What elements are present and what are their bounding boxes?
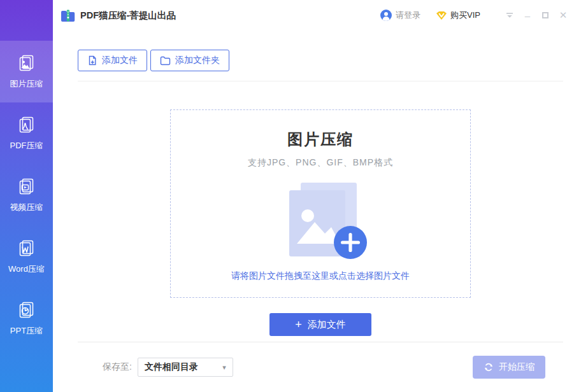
dropzone-subtitle: 支持JPG、PNG、GIF、BMP格式 <box>171 157 470 169</box>
add-folder-button[interactable]: 添加文件夹 <box>150 50 229 71</box>
word-doc-icon <box>17 239 36 258</box>
plus-icon: + <box>295 319 302 330</box>
sidebar-item-label: 视频压缩 <box>10 202 43 213</box>
save-path-value: 文件相同目录 <box>145 361 198 373</box>
sidebar-item-video-compress[interactable]: 视频压缩 <box>0 164 53 226</box>
sidebar-item-label: Word压缩 <box>8 263 45 275</box>
sidebar-item-image-compress[interactable]: 图片压缩 <box>0 41 53 102</box>
app-window: 图片压缩 PDF压缩 视频压缩 W <box>0 0 581 392</box>
login-label: 请登录 <box>396 10 420 21</box>
image-dropzone[interactable]: 图片压缩 支持JPG、PNG、GIF、BMP格式 请将图片文件拖拽至这里或点击选… <box>170 109 471 298</box>
toolbar-divider <box>78 81 563 81</box>
start-compress-label: 开始压缩 <box>499 361 534 373</box>
close-button[interactable]: ✕ <box>554 6 572 24</box>
window-controls: – ✕ <box>501 6 572 24</box>
sidebar: 图片压缩 PDF压缩 视频压缩 W <box>0 0 53 392</box>
maximize-icon <box>542 12 549 18</box>
titlebar-right: 请登录 购买VIP – <box>380 6 572 24</box>
folder-icon <box>160 56 171 66</box>
image-stack-plus-icon <box>273 181 368 260</box>
user-icon <box>380 10 392 21</box>
dropzone-title: 图片压缩 <box>171 129 470 150</box>
image-doc-icon <box>17 53 36 73</box>
sidebar-item-label: PPT压缩 <box>10 325 43 337</box>
sidebar-spacer <box>0 0 53 41</box>
file-plus-icon <box>87 55 97 66</box>
save-to-label: 保存至: <box>103 361 132 373</box>
pdf-doc-icon <box>17 115 36 134</box>
maximize-button[interactable] <box>536 6 554 24</box>
add-files-primary-button[interactable]: + 添加文件 <box>269 313 371 336</box>
caret-down-icon: ▾ <box>222 364 226 371</box>
dropzone-graphic <box>171 181 470 260</box>
buy-vip-label: 购买VIP <box>450 10 480 21</box>
minimize-button[interactable]: – <box>519 6 536 24</box>
hide-to-tray-button[interactable] <box>501 6 519 24</box>
sync-arrows-icon <box>484 362 494 372</box>
sidebar-item-ppt-compress[interactable]: PPT压缩 <box>0 288 53 349</box>
toolbar: 添加文件 添加文件夹 <box>78 50 563 71</box>
content-column: PDF猫压缩-菩提山出品 请登录 <box>53 0 581 392</box>
app-title: PDF猫压缩-菩提山出品 <box>80 10 176 22</box>
footer-bar: 保存至: 文件相同目录 ▾ 开始压缩 <box>78 342 563 392</box>
sidebar-item-label: 图片压缩 <box>10 78 43 90</box>
sidebar-item-pdf-compress[interactable]: PDF压缩 <box>0 102 53 164</box>
titlebar: PDF猫压缩-菩提山出品 请登录 <box>53 0 581 31</box>
dropzone-hint: 请将图片文件拖拽至这里或点击选择图片文件 <box>171 270 470 282</box>
buy-vip-button[interactable]: 购买VIP <box>436 10 480 21</box>
sidebar-item-label: PDF压缩 <box>10 140 43 151</box>
vip-icon <box>436 11 447 20</box>
app-icon <box>61 10 75 22</box>
add-file-label: 添加文件 <box>102 55 138 66</box>
login-button[interactable]: 请登录 <box>380 10 420 21</box>
sidebar-item-word-compress[interactable]: Word压缩 <box>0 226 53 288</box>
main-area: 添加文件 添加文件夹 图片压缩 支持JPG、PNG、GIF、BMP格式 <box>53 31 581 392</box>
save-path-select[interactable]: 文件相同目录 ▾ <box>138 358 233 377</box>
add-file-button[interactable]: 添加文件 <box>78 50 147 71</box>
add-folder-label: 添加文件夹 <box>175 55 220 66</box>
add-files-primary-label: 添加文件 <box>308 319 346 331</box>
start-compress-button[interactable]: 开始压缩 <box>473 356 545 379</box>
video-doc-icon <box>17 177 36 196</box>
ppt-doc-icon <box>17 300 36 319</box>
hide-to-tray-icon <box>506 11 513 19</box>
